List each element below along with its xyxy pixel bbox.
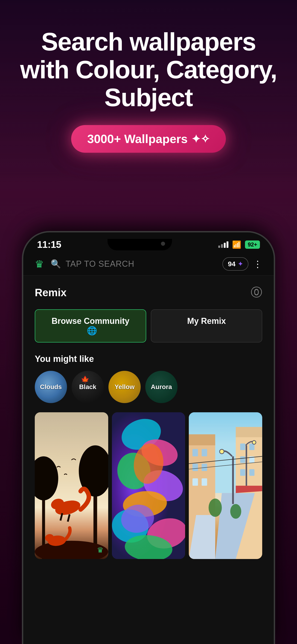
svg-rect-25	[189, 434, 215, 446]
svg-point-43	[220, 449, 224, 454]
browse-community-label: Browse Community	[52, 316, 130, 326]
status-time: 11:15	[37, 239, 61, 250]
svg-rect-34	[240, 444, 245, 450]
street-svg	[189, 412, 262, 559]
hero-section: Search wallpapers with Colour, Category,…	[0, 0, 297, 166]
leaf-icon: 🍁	[81, 376, 89, 384]
tab-browse-community[interactable]: Browse Community 🌐	[35, 309, 146, 342]
svg-rect-26	[192, 449, 198, 456]
category-chip-black[interactable]: Black 🍁	[72, 371, 104, 403]
my-remix-label: My Remix	[187, 316, 226, 326]
wallpaper-card-fox[interactable]: ♛	[35, 412, 108, 559]
notch	[108, 239, 172, 250]
help-icon[interactable]: ⓪	[251, 285, 262, 300]
more-menu-icon[interactable]: ⋮	[253, 259, 262, 269]
section-title: Remix	[35, 286, 66, 299]
category-chip-yellow[interactable]: Yellow	[108, 371, 141, 403]
svg-rect-36	[240, 456, 245, 463]
svg-rect-31	[202, 478, 207, 486]
svg-rect-44	[246, 445, 247, 489]
content-area: Remix ⓪ Browse Community 🌐 My Remix You …	[23, 276, 274, 644]
chip-label-aurora: Aurora	[151, 383, 172, 391]
wallpaper-card-street[interactable]	[189, 412, 262, 559]
globe-icon: 🌐	[87, 326, 97, 335]
category-chip-aurora[interactable]: Aurora	[145, 371, 178, 403]
svg-point-48	[230, 504, 241, 519]
credits-count: 94	[228, 260, 236, 268]
search-bar[interactable]: ♛ 🔍 TAP TO SEARCH 94 ✦ ⋮	[23, 253, 274, 276]
svg-rect-30	[192, 478, 198, 486]
crown-overlay-icon: ♛	[97, 546, 104, 554]
svg-point-45	[252, 440, 256, 444]
signal-bar-4	[226, 242, 228, 248]
sparkle-icon: ✦✧	[191, 132, 210, 145]
search-input[interactable]: TAP TO SEARCH	[66, 259, 222, 269]
abstract-svg	[112, 412, 185, 559]
chip-label-yellow: Yellow	[114, 383, 134, 391]
phone-mockup: 11:15 📶 92+ ♛ 🔍 TAP TO SEARCH 94 ✦ ⋮ Rem…	[22, 231, 275, 644]
chip-label-clouds: Clouds	[40, 383, 62, 391]
credits-star-icon: ✦	[238, 260, 243, 268]
svg-rect-42	[232, 456, 234, 504]
section-header: Remix ⓪	[35, 285, 262, 300]
signal-bar-2	[221, 244, 223, 248]
chip-circle-yellow: Yellow	[108, 371, 141, 403]
wallpapers-badge[interactable]: 3000+ Wallpapers ✦✧	[71, 125, 226, 153]
chip-circle-clouds: Clouds	[35, 371, 67, 403]
signal-bar-3	[224, 243, 226, 248]
status-bar: 11:15 📶 92+	[23, 232, 274, 253]
hero-title: Search wallpapers with Colour, Category,…	[14, 28, 283, 111]
tab-my-remix[interactable]: My Remix	[151, 309, 262, 342]
badge-label: 3000+ Wallpapers	[87, 132, 188, 146]
wallpaper-card-abstract[interactable]	[112, 412, 185, 559]
svg-point-47	[208, 498, 222, 517]
wifi-icon: 📶	[232, 240, 241, 249]
svg-rect-28	[192, 464, 198, 471]
chip-circle-black: Black 🍁	[72, 371, 104, 403]
signal-bars-icon	[218, 242, 228, 248]
signal-bar-1	[218, 246, 220, 248]
svg-rect-33	[236, 427, 262, 438]
svg-rect-38	[240, 469, 245, 476]
fox-svg	[35, 412, 108, 559]
battery-indicator: 92+	[245, 240, 260, 249]
svg-rect-27	[202, 449, 207, 456]
credits-badge[interactable]: 94 ✦	[222, 257, 248, 271]
chip-circle-aurora: Aurora	[145, 371, 178, 403]
category-chips: Clouds Black 🍁 Yellow Aurora	[35, 371, 262, 403]
status-icons: 📶 92+	[218, 240, 260, 249]
svg-rect-39	[249, 469, 254, 476]
wallpaper-grid: ♛	[35, 412, 262, 559]
tab-buttons: Browse Community 🌐 My Remix	[35, 309, 262, 342]
category-chip-clouds[interactable]: Clouds	[35, 371, 67, 403]
crown-icon: ♛	[35, 258, 44, 270]
might-like-title: You might like	[35, 354, 262, 364]
search-icon: 🔍	[51, 259, 61, 269]
chip-label-black: Black	[79, 383, 96, 391]
